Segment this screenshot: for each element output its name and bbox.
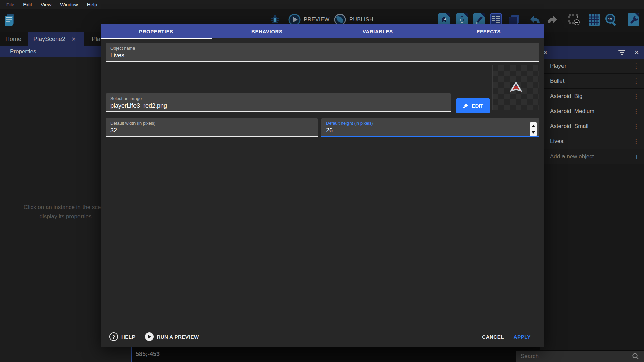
zoom-original-button[interactable]: 1:1 xyxy=(604,13,618,27)
kebab-menu-icon[interactable]: ⋮ xyxy=(633,64,639,68)
active-tab-underline xyxy=(101,38,212,39)
menu-help[interactable]: Help xyxy=(83,1,101,8)
redo-arrow-icon xyxy=(545,13,559,26)
object-row-asteroid-medium[interactable]: Asteroid_Medium ⋮ xyxy=(540,104,644,119)
kebab-menu-icon[interactable]: ⋮ xyxy=(633,139,639,144)
run-preview-button[interactable]: RUN A PREVIEW xyxy=(145,332,199,341)
dialog-tab-effects[interactable]: EFFECTS xyxy=(433,24,544,38)
object-name-field[interactable]: Object name Lives xyxy=(106,43,539,62)
kebab-menu-icon[interactable]: ⋮ xyxy=(633,79,639,83)
dialog-footer: ? HELP RUN A PREVIEW CANCEL APPLY xyxy=(101,326,544,347)
objects-panel-title-truncated: s xyxy=(544,49,547,56)
search-input[interactable] xyxy=(516,353,632,360)
default-width-field[interactable]: Default width (in pixels) 32 xyxy=(106,118,318,137)
tab-close-icon[interactable]: ✕ xyxy=(71,36,76,42)
brush-icon xyxy=(463,103,469,109)
cursor-coordinates: 585;-453 xyxy=(136,351,160,358)
object-row-asteroid-small[interactable]: Asteroid_Small ⋮ xyxy=(540,119,644,134)
canvas-selection-edge xyxy=(131,347,132,362)
help-icon: ? xyxy=(109,332,118,341)
svg-text:1:1: 1:1 xyxy=(608,17,612,21)
kebab-menu-icon[interactable]: ⋮ xyxy=(633,94,639,99)
properties-panel-title: Properties xyxy=(10,48,36,55)
kebab-menu-icon[interactable]: ⋮ xyxy=(633,124,639,129)
object-row-player[interactable]: Player ⋮ xyxy=(540,59,644,74)
objects-panel-header: s ✕ xyxy=(540,46,644,59)
zoom-one-to-one-icon: 1:1 xyxy=(604,13,618,27)
add-new-object-row[interactable]: Add a new object + xyxy=(540,149,644,164)
project-manager-button[interactable] xyxy=(3,13,16,27)
object-row-bullet[interactable]: Bullet ⋮ xyxy=(540,74,644,89)
delete-instances-button[interactable] xyxy=(567,13,580,27)
filter-icon[interactable] xyxy=(618,50,625,55)
kebab-menu-icon[interactable]: ⋮ xyxy=(633,109,639,114)
settings-button[interactable] xyxy=(627,13,640,27)
image-select-field[interactable]: Select an image playerLife3_red2.png xyxy=(106,93,451,112)
dialog-tab-variables[interactable]: VARIABLES xyxy=(322,24,433,38)
dialog-tabs: PROPERTIES BEHAVIORS VARIABLES EFFECTS xyxy=(101,24,544,38)
help-button[interactable]: ? HELP xyxy=(109,332,136,341)
grid-icon xyxy=(589,14,600,26)
tab-home[interactable]: Home xyxy=(0,32,27,46)
objects-panel: s ✕ Player ⋮ Bullet ⋮ Asteroid_Big ⋮ Ast… xyxy=(540,46,644,350)
stepper-down-icon[interactable] xyxy=(532,131,535,134)
dialog-tab-behaviors[interactable]: BEHAVIORS xyxy=(212,24,323,38)
tab-playscene2[interactable]: PlayScene2 ✕ xyxy=(28,32,84,46)
menu-file[interactable]: File xyxy=(3,1,18,8)
wrench-icon xyxy=(628,13,639,26)
menu-window[interactable]: Window xyxy=(56,1,82,8)
selection-remove-icon xyxy=(567,13,580,26)
cancel-button[interactable]: CANCEL xyxy=(477,331,509,342)
number-stepper[interactable] xyxy=(530,122,537,136)
debug-bug-icon xyxy=(269,14,281,26)
object-editor-dialog: PROPERTIES BEHAVIORS VARIABLES EFFECTS O… xyxy=(101,24,544,347)
plus-icon: + xyxy=(634,152,639,162)
spaceship-sprite-icon xyxy=(508,81,523,94)
search-icon xyxy=(632,353,639,360)
stepper-up-icon[interactable] xyxy=(532,125,535,127)
sprite-preview xyxy=(492,65,539,110)
object-row-lives[interactable]: Lives ⋮ xyxy=(540,134,644,149)
menu-view[interactable]: View xyxy=(37,1,55,8)
play-icon xyxy=(145,332,154,341)
toolbar-divider-3 xyxy=(624,14,624,26)
redo-button[interactable] xyxy=(545,13,559,27)
object-row-asteroid-big[interactable]: Asteroid_Big ⋮ xyxy=(540,89,644,104)
panel-close-icon[interactable]: ✕ xyxy=(634,49,639,56)
object-search-bar xyxy=(516,351,644,362)
preview-label: PREVIEW xyxy=(304,17,329,23)
dialog-tab-properties[interactable]: PROPERTIES xyxy=(101,24,212,38)
toggle-grid-button[interactable] xyxy=(588,13,601,27)
project-manager-icon xyxy=(4,13,15,26)
apply-button[interactable]: APPLY xyxy=(509,331,535,342)
menu-edit[interactable]: Edit xyxy=(19,1,36,8)
publish-label: PUBLISH xyxy=(349,17,373,23)
toolbar-divider-2 xyxy=(565,14,565,26)
menu-bar: File Edit View Window Help xyxy=(0,0,644,9)
default-height-field[interactable]: Default height (in pixels) 26 xyxy=(321,118,539,137)
edit-image-button[interactable]: EDIT xyxy=(456,98,490,113)
